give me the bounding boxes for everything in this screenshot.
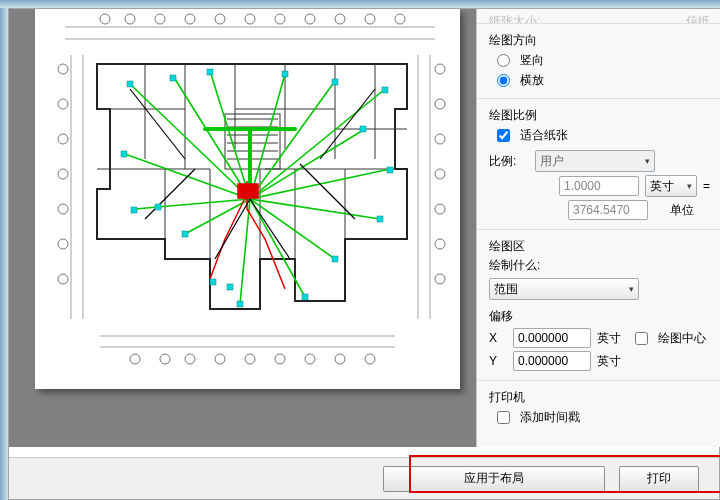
offset-y-label: Y [489, 354, 507, 368]
area-title: 绘图区 [489, 238, 710, 255]
svg-point-41 [435, 274, 445, 284]
portrait-radio[interactable] [497, 54, 510, 67]
svg-point-9 [125, 14, 135, 24]
apply-to-layout-label: 应用于布局 [464, 470, 524, 487]
svg-point-18 [395, 14, 405, 24]
ratio-value: 用户 [540, 153, 564, 170]
scale-title: 绘图比例 [489, 107, 710, 124]
svg-point-15 [305, 14, 315, 24]
scale-num1-input[interactable] [559, 176, 639, 196]
offset-y-unit: 英寸 [597, 353, 621, 370]
offset-x-label: X [489, 331, 507, 345]
paper-size-label-cut: 纸张大小: [489, 13, 540, 17]
svg-rect-49 [382, 87, 388, 93]
svg-point-34 [58, 274, 68, 284]
unit1-dropdown[interactable]: 英寸 ▾ [645, 175, 697, 197]
svg-point-40 [435, 239, 445, 249]
svg-point-27 [365, 354, 375, 364]
svg-point-32 [58, 204, 68, 214]
equals-label: = [703, 179, 710, 193]
svg-point-14 [275, 14, 285, 24]
offset-x-unit: 英寸 [597, 330, 621, 347]
paper-preview [35, 9, 460, 389]
draw-what-value: 范围 [494, 281, 518, 298]
svg-rect-51 [131, 207, 137, 213]
offset-label: 偏移 [489, 308, 710, 325]
svg-point-11 [185, 14, 195, 24]
draw-what-label: 绘制什么: [489, 257, 710, 274]
offset-x-input[interactable] [513, 328, 591, 348]
svg-rect-58 [237, 301, 243, 307]
svg-point-35 [435, 64, 445, 74]
orientation-title: 绘图方向 [489, 32, 710, 49]
printer-title: 打印机 [489, 389, 710, 406]
chevron-down-icon: ▾ [687, 181, 692, 191]
chevron-down-icon: ▾ [645, 156, 650, 166]
svg-rect-53 [360, 126, 366, 132]
svg-point-37 [435, 134, 445, 144]
svg-point-33 [58, 239, 68, 249]
chevron-down-icon: ▾ [629, 284, 634, 294]
fit-paper-checkbox[interactable] [497, 129, 510, 142]
svg-rect-47 [282, 71, 288, 77]
timestamp-label: 添加时间戳 [520, 409, 580, 426]
svg-point-29 [58, 99, 68, 109]
svg-point-23 [245, 354, 255, 364]
svg-point-17 [365, 14, 375, 24]
svg-rect-44 [127, 81, 133, 87]
dialog-panel: 纸张大小: 信纸 绘图方向 竖向 横放 绘图比例 适合纸张 比例: [8, 8, 720, 500]
svg-point-22 [215, 354, 225, 364]
svg-point-19 [130, 354, 140, 364]
portrait-label: 竖向 [520, 52, 544, 69]
unit1-value: 英寸 [650, 178, 674, 195]
print-button[interactable]: 打印 [619, 466, 699, 492]
svg-point-12 [215, 14, 225, 24]
unit2-label: 单位 [654, 202, 710, 219]
fit-paper-label: 适合纸张 [520, 127, 568, 144]
svg-rect-48 [332, 79, 338, 85]
svg-point-28 [58, 64, 68, 74]
svg-rect-56 [332, 256, 338, 262]
ratio-dropdown[interactable]: 用户 ▾ [535, 150, 655, 172]
dialog-footer: 应用于布局 打印 [9, 457, 719, 499]
svg-rect-52 [182, 231, 188, 237]
svg-point-10 [155, 14, 165, 24]
svg-rect-57 [302, 294, 308, 300]
ratio-label: 比例: [489, 153, 529, 170]
svg-point-38 [435, 169, 445, 179]
offset-y-input[interactable] [513, 351, 591, 371]
landscape-label: 横放 [520, 72, 544, 89]
svg-rect-60 [155, 204, 161, 210]
svg-rect-61 [227, 284, 233, 290]
svg-rect-45 [170, 75, 176, 81]
svg-point-20 [160, 354, 170, 364]
scale-num2-input[interactable] [568, 200, 648, 220]
center-label: 绘图中心 [658, 330, 706, 347]
apply-to-layout-button[interactable]: 应用于布局 [383, 466, 605, 492]
svg-point-39 [435, 204, 445, 214]
print-settings-panel: 纸张大小: 信纸 绘图方向 竖向 横放 绘图比例 适合纸张 比例: [476, 9, 720, 447]
print-label: 打印 [647, 470, 671, 487]
floorplan-drawing [35, 9, 460, 389]
svg-point-21 [185, 354, 195, 364]
svg-point-16 [335, 14, 345, 24]
svg-point-30 [58, 134, 68, 144]
svg-rect-59 [210, 279, 216, 285]
svg-rect-54 [387, 167, 393, 173]
paper-size-value-cut: 信纸 [686, 13, 710, 17]
timestamp-checkbox[interactable] [497, 411, 510, 424]
draw-what-dropdown[interactable]: 范围 ▾ [489, 278, 639, 300]
svg-point-8 [100, 14, 110, 24]
svg-point-26 [335, 354, 345, 364]
svg-point-25 [305, 354, 315, 364]
svg-point-31 [58, 169, 68, 179]
svg-point-24 [275, 354, 285, 364]
center-checkbox[interactable] [635, 332, 648, 345]
svg-point-36 [435, 99, 445, 109]
landscape-radio[interactable] [497, 74, 510, 87]
svg-rect-50 [121, 151, 127, 157]
svg-rect-55 [377, 216, 383, 222]
print-preview-area [9, 9, 476, 447]
svg-rect-46 [207, 69, 213, 75]
svg-point-13 [245, 14, 255, 24]
